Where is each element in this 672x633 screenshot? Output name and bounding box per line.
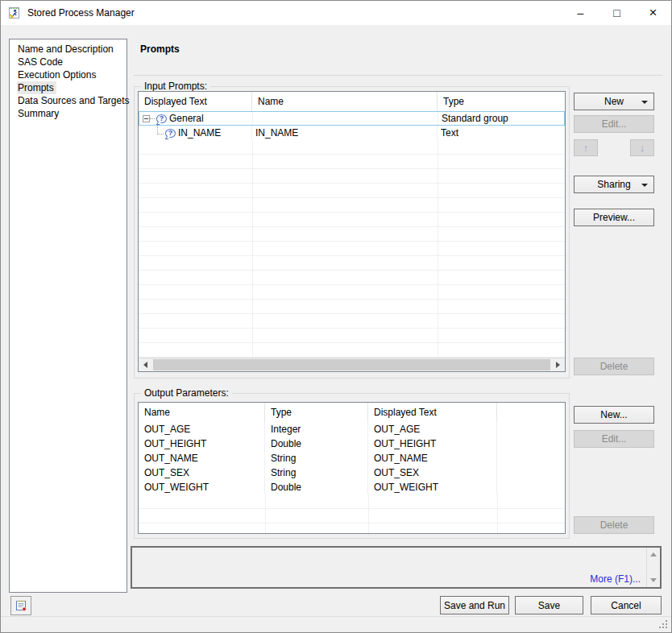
save-button-label: Save — [538, 600, 560, 611]
cancel-button[interactable]: Cancel — [591, 596, 662, 614]
output-row-out-name[interactable]: OUT_NAME String OUT_NAME — [139, 451, 565, 465]
output-type: String — [271, 467, 296, 478]
app-icon — [8, 6, 21, 19]
new-prompt-button-label: New — [604, 96, 624, 107]
sidebar-item-data-sources-and-targets[interactable]: Data Sources and Targets — [17, 94, 132, 107]
column-header-name[interactable]: Name — [139, 403, 265, 422]
window-title: Stored Process Manager — [27, 7, 135, 19]
output-row-out-age[interactable]: OUT_AGE Integer OUT_AGE — [139, 422, 565, 436]
expander-minus-icon[interactable] — [143, 115, 150, 122]
output-row-out-height[interactable]: OUT_HEIGHT Double OUT_HEIGHT — [139, 436, 565, 451]
prompt-displayed-text: General — [169, 113, 204, 124]
column-header-type[interactable]: Type — [265, 403, 368, 422]
output-displayed-text: OUT_NAME — [374, 453, 428, 464]
vertical-scrollbar[interactable] — [646, 548, 660, 587]
prompt-displayed-text: IN_NAME — [178, 127, 221, 139]
output-name: OUT_SEX — [144, 467, 189, 478]
sharing-button-label: Sharing — [597, 179, 630, 190]
output-displayed-text: OUT_SEX — [374, 467, 419, 478]
page-title: Prompts — [140, 43, 180, 55]
view-log-button[interactable] — [10, 596, 31, 615]
wizard-step-list: Name and Description SAS Code Execution … — [9, 39, 127, 593]
preview-button-label: Preview... — [593, 212, 635, 223]
footer-separator — [1, 616, 671, 617]
move-down-button[interactable]: ↓ — [630, 139, 654, 156]
column-header-type[interactable]: Type — [438, 92, 565, 111]
sidebar-item-execution-options[interactable]: Execution Options — [17, 68, 98, 81]
scroll-down-icon[interactable] — [650, 578, 657, 582]
output-name: OUT_WEIGHT — [144, 482, 209, 493]
output-row-out-sex[interactable]: OUT_SEX String OUT_SEX — [139, 465, 565, 480]
output-name: OUT_HEIGHT — [144, 438, 206, 449]
output-parameters-body: OUT_AGE Integer OUT_AGE OUT_HEIGHT Doubl… — [139, 422, 565, 533]
prompt-type: Standard group — [442, 113, 508, 124]
output-parameters-table: Name Type Displayed Text OUT_AGE Integer… — [138, 402, 566, 534]
prompt-icon — [165, 129, 176, 138]
move-down-icon: ↓ — [640, 143, 645, 153]
output-displayed-text: OUT_AGE — [374, 424, 420, 435]
scroll-left-icon — [143, 362, 147, 368]
output-type: Integer — [271, 424, 301, 435]
move-up-icon: ↑ — [583, 143, 589, 153]
prompt-row-in-name[interactable]: IN_NAME IN_NAME Text — [139, 126, 565, 140]
scroll-right-button[interactable] — [551, 358, 565, 371]
sidebar-item-sas-code[interactable]: SAS Code — [17, 56, 65, 68]
output-type: Double — [271, 438, 301, 449]
preview-button[interactable]: Preview... — [574, 209, 654, 226]
new-output-button-label: New... — [600, 409, 627, 420]
window-controls: – □ × — [562, 1, 671, 25]
cancel-button-label: Cancel — [611, 600, 641, 611]
output-displayed-text: OUT_HEIGHT — [374, 438, 436, 449]
delete-output-button-label: Delete — [600, 519, 628, 531]
edit-prompt-button-label: Edit... — [602, 118, 627, 130]
input-prompts-body: General Standard group IN_NAME IN_NAME T… — [139, 111, 565, 358]
column-header-displayed-text[interactable]: Displayed Text — [368, 403, 497, 422]
output-type: Double — [271, 482, 301, 493]
prompt-type: Text — [441, 127, 458, 139]
scrollbar-thumb[interactable] — [153, 359, 550, 370]
output-name: OUT_AGE — [144, 424, 190, 435]
close-button[interactable]: × — [635, 1, 671, 25]
save-button[interactable]: Save — [515, 596, 583, 614]
sidebar-item-summary[interactable]: Summary — [17, 107, 61, 120]
tree-connector — [150, 118, 155, 119]
sharing-button[interactable]: Sharing — [574, 176, 654, 193]
prompt-name: IN_NAME — [255, 127, 298, 139]
edit-prompt-button[interactable]: Edit... — [574, 115, 654, 133]
output-name: OUT_NAME — [144, 453, 198, 464]
sidebar-item-name-and-description[interactable]: Name and Description — [17, 43, 116, 56]
new-prompt-button[interactable]: New — [574, 93, 654, 110]
prompt-row-general[interactable]: General Standard group — [139, 111, 565, 126]
column-divider — [438, 111, 438, 358]
output-type: String — [271, 453, 296, 464]
scroll-right-icon — [556, 362, 560, 368]
sidebar-item-prompts[interactable]: Prompts — [17, 81, 56, 94]
output-parameters-header: Name Type Displayed Text — [139, 403, 565, 422]
delete-output-button[interactable]: Delete — [574, 516, 654, 534]
resize-grip[interactable] — [659, 620, 667, 628]
scroll-left-button[interactable] — [139, 358, 152, 371]
output-row-out-weight[interactable]: OUT_WEIGHT Double OUT_WEIGHT — [139, 480, 565, 494]
delete-prompt-button[interactable]: Delete — [574, 358, 654, 375]
input-prompts-group-label: Input Prompts: — [141, 81, 210, 92]
tree-elbow-connector — [157, 126, 164, 134]
column-header-displayed-text[interactable]: Displayed Text — [139, 92, 252, 111]
horizontal-scrollbar[interactable] — [139, 358, 565, 371]
maximize-button[interactable]: □ — [599, 1, 635, 25]
heading-separator — [134, 75, 662, 76]
move-up-button[interactable]: ↑ — [574, 139, 598, 156]
edit-output-button-label: Edit... — [602, 433, 627, 445]
dropdown-caret-icon — [641, 101, 648, 104]
column-header-name[interactable]: Name — [252, 92, 438, 111]
dropdown-caret-icon — [641, 184, 648, 187]
column-header-empty — [497, 403, 565, 422]
scroll-up-icon[interactable] — [650, 552, 657, 556]
edit-output-button[interactable]: Edit... — [574, 430, 654, 448]
save-and-run-button[interactable]: Save and Run — [440, 596, 509, 614]
minimize-button[interactable]: – — [562, 1, 599, 25]
output-parameters-group-label: Output Parameters: — [141, 387, 232, 399]
new-output-button[interactable]: New... — [574, 406, 654, 424]
save-and-run-button-label: Save and Run — [444, 600, 505, 611]
more-help-link[interactable]: More (F1)... — [590, 573, 641, 585]
prompt-group-icon — [156, 114, 167, 123]
